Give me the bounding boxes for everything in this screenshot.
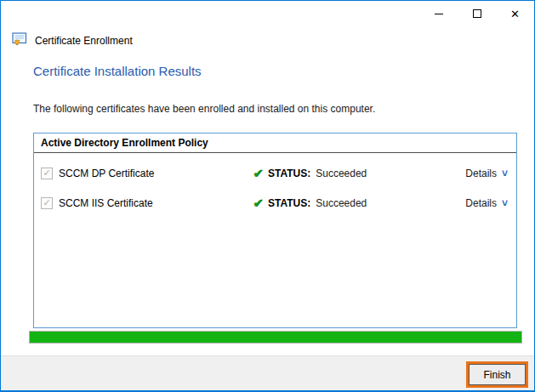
status-label: STATUS: (268, 197, 310, 209)
enrollment-policy-panel: Active Directory Enrollment Policy ✓ SCC… (33, 133, 517, 328)
chevron-down-icon: ˅ (502, 198, 508, 208)
banner-title: Certificate Enrollment (35, 35, 133, 47)
details-label: Details (465, 197, 497, 209)
window-caption-buttons: ✕ (419, 1, 534, 26)
certificate-icon (12, 32, 27, 49)
close-button[interactable]: ✕ (496, 1, 534, 26)
maximize-icon (473, 9, 481, 18)
details-link[interactable]: Details ˅ (465, 168, 508, 179)
close-icon: ✕ (510, 9, 520, 20)
chevron-down-icon: ˅ (502, 168, 508, 179)
enrollment-progress-bar (29, 331, 522, 344)
maximize-button[interactable] (458, 1, 496, 26)
minimize-icon (435, 14, 443, 14)
details-label: Details (465, 168, 497, 179)
checkbox-check-icon: ✓ (43, 168, 50, 178)
progress-fill (30, 332, 521, 343)
finish-button-highlight: Finish (466, 361, 528, 388)
status-value: Succeeded (316, 197, 367, 209)
wizard-banner: Certificate Enrollment (12, 32, 133, 49)
page-title: Certificate Installation Results (33, 64, 202, 78)
certificate-enrollment-window: ✕ Certificate Enrollment Certificate Ins… (0, 0, 535, 392)
footer-bar (1, 355, 534, 390)
certificate-name: SCCM IIS Certificate (59, 197, 253, 209)
details-link[interactable]: Details ˅ (465, 197, 508, 209)
checkbox-check-icon: ✓ (43, 198, 50, 207)
status-label: STATUS: (268, 168, 310, 179)
certificate-row: ✓ SCCM IIS Certificate ✔ STATUS: Succeed… (34, 188, 516, 218)
minimize-button[interactable] (419, 1, 458, 26)
policy-group-title: Active Directory Enrollment Policy (34, 134, 516, 153)
certificate-list: ✓ SCCM DP Certificate ✔ STATUS: Succeede… (34, 153, 516, 218)
certificate-name: SCCM DP Certificate (59, 168, 253, 179)
success-check-icon: ✔ (253, 196, 268, 209)
certificate-row: ✓ SCCM DP Certificate ✔ STATUS: Succeede… (34, 158, 516, 188)
certificate-checkbox[interactable]: ✓ (41, 197, 53, 209)
status-value: Succeeded (316, 168, 367, 179)
certificate-checkbox[interactable]: ✓ (41, 168, 53, 179)
page-description: The following certificates have been enr… (33, 103, 375, 115)
finish-button[interactable]: Finish (469, 364, 526, 385)
success-check-icon: ✔ (253, 167, 268, 179)
